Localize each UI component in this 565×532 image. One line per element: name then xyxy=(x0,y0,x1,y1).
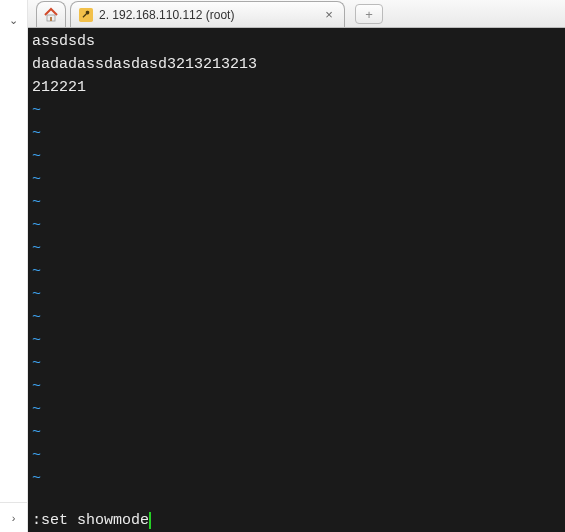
terminal-content: assdsds dadadassdasdasd3213213213 212221 xyxy=(32,30,561,99)
tilde-line: ~ xyxy=(32,237,561,260)
app-root: ⌄ › 2. 192.168.110.112 (root) xyxy=(0,0,565,532)
tilde-line: ~ xyxy=(32,352,561,375)
tilde-line: ~ xyxy=(32,99,561,122)
tilde-line: ~ xyxy=(32,191,561,214)
tilde-line: ~ xyxy=(32,306,561,329)
close-icon: × xyxy=(325,7,333,22)
new-tab-button[interactable]: + xyxy=(355,4,383,24)
gutter-collapse-top[interactable]: ⌄ xyxy=(0,0,27,40)
terminal-line: dadadassdasdasd3213213213 xyxy=(32,53,561,76)
home-icon xyxy=(43,7,59,23)
main-area: 2. 192.168.110.112 (root) × + assdsds da… xyxy=(28,0,565,532)
terminal-line: 212221 xyxy=(32,76,561,99)
terminal[interactable]: assdsds dadadassdasdasd3213213213 212221… xyxy=(28,28,565,532)
tilde-line: ~ xyxy=(32,467,561,490)
chevron-down-icon: ⌄ xyxy=(9,14,18,27)
cursor-icon xyxy=(149,512,151,529)
chevron-right-icon: › xyxy=(12,512,16,524)
tab-home[interactable] xyxy=(36,1,66,27)
tilde-line: ~ xyxy=(32,421,561,444)
tilde-line: ~ xyxy=(32,260,561,283)
tab-close-button[interactable]: × xyxy=(322,8,336,22)
tab-session-label: 2. 192.168.110.112 (root) xyxy=(99,8,314,22)
tilde-line: ~ xyxy=(32,283,561,306)
terminal-command-line[interactable]: :set showmode xyxy=(32,509,561,532)
left-gutter: ⌄ › xyxy=(0,0,28,532)
tilde-line: ~ xyxy=(32,398,561,421)
tilde-line: ~ xyxy=(32,168,561,191)
tilde-line: ~ xyxy=(32,444,561,467)
terminal-command-text: :set showmode xyxy=(32,509,149,532)
wrench-icon xyxy=(79,8,93,22)
tilde-line: ~ xyxy=(32,214,561,237)
tilde-line: ~ xyxy=(32,375,561,398)
tab-session[interactable]: 2. 192.168.110.112 (root) × xyxy=(70,1,345,27)
gutter-expand-bottom[interactable]: › xyxy=(0,502,27,532)
tilde-line: ~ xyxy=(32,122,561,145)
tab-bar: 2. 192.168.110.112 (root) × + xyxy=(28,0,565,28)
plus-icon: + xyxy=(365,8,373,21)
terminal-line: assdsds xyxy=(32,30,561,53)
terminal-tildes: ~ ~ ~ ~ ~ ~ ~ ~ ~ ~ ~ ~ ~ ~ ~ ~ ~ xyxy=(32,99,561,509)
tilde-line: ~ xyxy=(32,329,561,352)
tilde-line: ~ xyxy=(32,145,561,168)
svg-rect-1 xyxy=(50,17,52,21)
